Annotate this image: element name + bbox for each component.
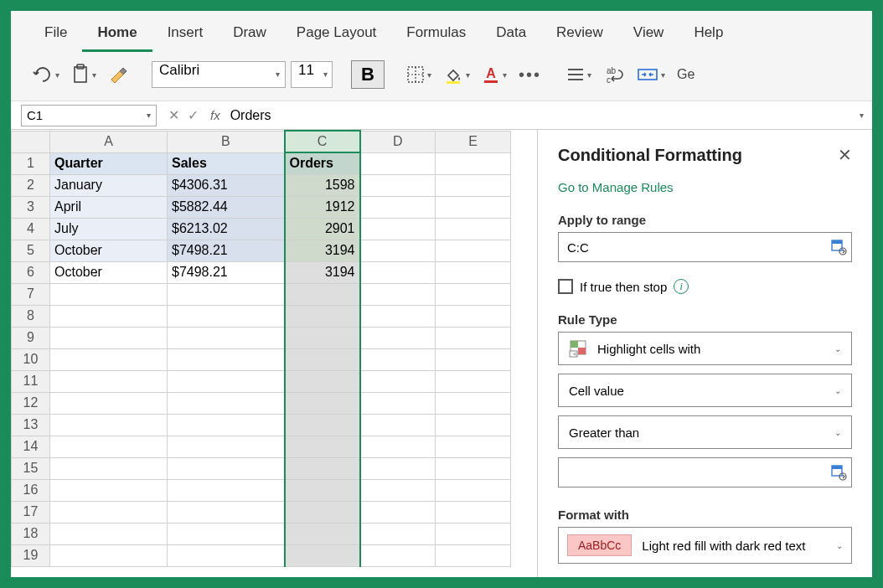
cell[interactable]	[436, 196, 511, 218]
tab-insert[interactable]: Insert	[152, 18, 219, 52]
tab-help[interactable]: Help	[679, 18, 738, 52]
comparison-dropdown[interactable]: Greater than ⌄	[558, 415, 852, 449]
paste-button[interactable]: ▾	[68, 60, 100, 89]
format-with-dropdown[interactable]: AaBbCc Light red fill with dark red text…	[558, 527, 852, 564]
cell[interactable]	[360, 283, 436, 305]
cell[interactable]	[50, 436, 168, 457]
cell[interactable]: $7498.21	[168, 261, 285, 283]
tab-file[interactable]: File	[29, 18, 82, 52]
cell[interactable]	[50, 305, 168, 327]
cell[interactable]	[436, 501, 511, 523]
cell[interactable]	[360, 152, 436, 174]
cell[interactable]	[360, 240, 436, 261]
cell[interactable]	[436, 261, 511, 283]
name-box[interactable]: C1 ▾	[21, 105, 157, 126]
condition-type-dropdown[interactable]: Cell value ⌄	[558, 374, 852, 407]
manage-rules-link[interactable]: Go to Manage Rules	[558, 180, 852, 194]
cell[interactable]	[360, 327, 436, 348]
cell[interactable]: $5882.44	[168, 196, 285, 218]
cell[interactable]	[360, 436, 436, 457]
cell[interactable]: July	[50, 218, 168, 240]
cell[interactable]: Sales	[168, 152, 285, 174]
cell[interactable]	[168, 544, 285, 566]
cell[interactable]	[360, 523, 436, 544]
cell[interactable]	[285, 544, 360, 566]
col-header-a[interactable]: A	[50, 131, 168, 152]
row-header[interactable]: 18	[12, 523, 50, 544]
fx-label[interactable]: fx	[205, 108, 225, 122]
cell[interactable]: Quarter	[50, 152, 168, 174]
cell[interactable]	[285, 305, 360, 327]
cell[interactable]	[436, 240, 511, 261]
cell[interactable]: 1598	[285, 174, 360, 196]
close-icon[interactable]: ✕	[838, 145, 852, 165]
cell[interactable]	[168, 457, 285, 479]
range-picker-icon[interactable]	[830, 464, 847, 481]
cell[interactable]	[360, 218, 436, 240]
col-header-c[interactable]: C	[285, 131, 360, 152]
cell[interactable]	[436, 523, 511, 544]
range-picker-icon[interactable]	[830, 239, 847, 255]
cell[interactable]	[285, 479, 360, 501]
select-all-corner[interactable]	[12, 131, 50, 152]
cell[interactable]	[168, 414, 285, 436]
cell[interactable]	[436, 174, 511, 196]
col-header-e[interactable]: E	[436, 131, 511, 152]
cell[interactable]	[50, 544, 168, 566]
cell[interactable]: $6213.02	[168, 218, 285, 240]
row-header[interactable]: 5	[12, 240, 50, 261]
cell[interactable]	[168, 501, 285, 523]
tab-draw[interactable]: Draw	[218, 18, 281, 52]
cell[interactable]	[360, 305, 436, 327]
row-header[interactable]: 1	[12, 152, 50, 174]
cell[interactable]	[360, 370, 436, 392]
cell[interactable]	[50, 392, 168, 414]
cell[interactable]: October	[50, 261, 168, 283]
rule-type-dropdown[interactable]: < Highlight cells with ⌄	[558, 332, 852, 365]
comparison-value-input[interactable]	[558, 457, 852, 487]
font-color-button[interactable]: A ▾	[478, 62, 510, 87]
row-header[interactable]: 9	[12, 327, 50, 348]
cell[interactable]	[436, 370, 511, 392]
cell[interactable]	[436, 392, 511, 414]
cell[interactable]	[436, 544, 511, 566]
cell[interactable]	[360, 414, 436, 436]
cell[interactable]	[285, 392, 360, 414]
tab-view[interactable]: View	[618, 18, 679, 52]
cell[interactable]	[360, 348, 436, 370]
cell[interactable]: Orders	[285, 152, 360, 174]
cell[interactable]	[285, 457, 360, 479]
cell[interactable]	[436, 348, 511, 370]
undo-button[interactable]: ▾	[29, 62, 63, 87]
cell[interactable]	[50, 479, 168, 501]
cell[interactable]	[360, 544, 436, 566]
cell[interactable]	[360, 392, 436, 414]
row-header[interactable]: 10	[12, 348, 50, 370]
cell[interactable]	[168, 523, 285, 544]
cell[interactable]: $4306.31	[168, 174, 285, 196]
cell[interactable]	[436, 479, 511, 501]
row-header[interactable]: 13	[12, 414, 50, 436]
sheet-grid[interactable]: A B C D E 1QuarterSalesOrders2January$43…	[11, 130, 537, 577]
cancel-icon[interactable]: ✕	[168, 107, 179, 123]
cell[interactable]	[168, 436, 285, 457]
cell[interactable]	[168, 327, 285, 348]
row-header[interactable]: 16	[12, 479, 50, 501]
cell[interactable]	[285, 283, 360, 305]
cell[interactable]	[50, 523, 168, 544]
cell[interactable]	[285, 348, 360, 370]
tab-review[interactable]: Review	[541, 18, 618, 52]
cell[interactable]: October	[50, 240, 168, 261]
merge-button[interactable]: ▾	[633, 63, 669, 86]
tab-data[interactable]: Data	[481, 18, 541, 52]
bold-button[interactable]: B	[351, 60, 385, 89]
row-header[interactable]: 11	[12, 370, 50, 392]
apply-range-input[interactable]	[558, 232, 852, 262]
cell[interactable]	[50, 348, 168, 370]
cell[interactable]	[285, 414, 360, 436]
cell[interactable]: April	[50, 196, 168, 218]
row-header[interactable]: 3	[12, 196, 50, 218]
cell[interactable]	[436, 305, 511, 327]
row-header[interactable]: 2	[12, 174, 50, 196]
cell[interactable]	[168, 370, 285, 392]
